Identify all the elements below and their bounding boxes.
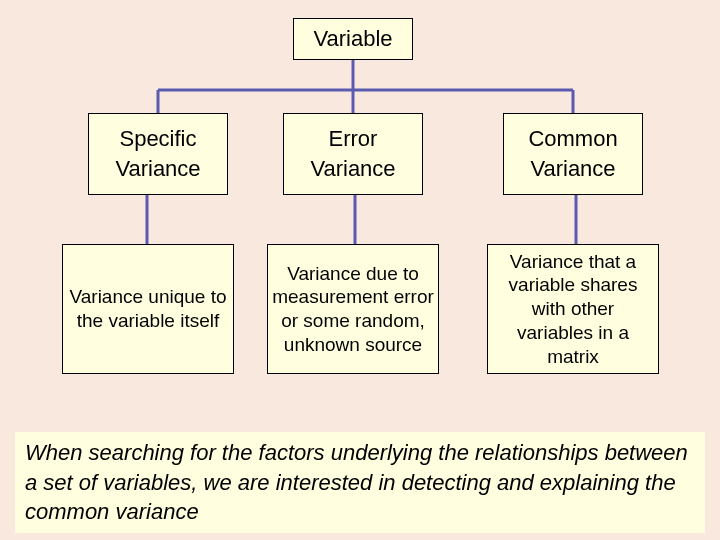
col2-title-line1: Error — [329, 124, 378, 154]
col2-title-box: Error Variance — [283, 113, 423, 195]
col1-title-line2: Variance — [115, 154, 200, 184]
caption-box: When searching for the factors underlyin… — [15, 432, 705, 533]
col1-title-box: Specific Variance — [88, 113, 228, 195]
col3-desc-box: Variance that a variable shares with oth… — [487, 244, 659, 374]
col3-desc: Variance that a variable shares with oth… — [492, 250, 654, 369]
col1-title-line1: Specific — [119, 124, 196, 154]
col3-title-line1: Common — [528, 124, 617, 154]
col2-desc: Variance due to measurement error or som… — [272, 262, 434, 357]
col1-desc-box: Variance unique to the variable itself — [62, 244, 234, 374]
root-label: Variable — [313, 26, 392, 52]
col2-desc-box: Variance due to measurement error or som… — [267, 244, 439, 374]
root-box: Variable — [293, 18, 413, 60]
col2-title-line2: Variance — [310, 154, 395, 184]
col3-title-box: Common Variance — [503, 113, 643, 195]
caption-text: When searching for the factors underlyin… — [25, 440, 688, 524]
col1-desc: Variance unique to the variable itself — [67, 285, 229, 333]
col3-title-line2: Variance — [530, 154, 615, 184]
